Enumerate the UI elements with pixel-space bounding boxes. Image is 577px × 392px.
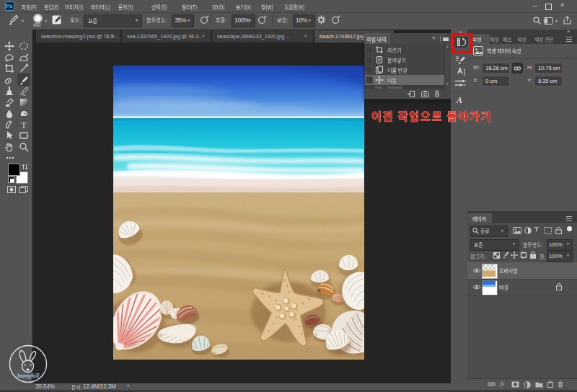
svg-text:bunnyhill: bunnyhill — [17, 373, 40, 379]
svg-text:T: T — [21, 120, 27, 130]
